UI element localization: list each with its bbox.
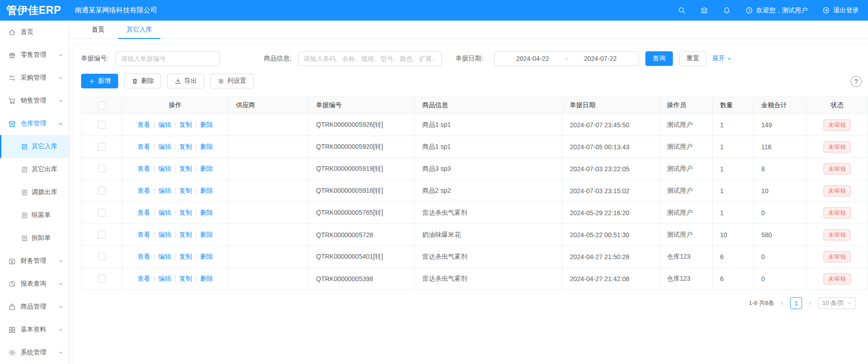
row-checkbox[interactable] [98,275,106,283]
prev-page-icon[interactable] [780,301,785,306]
add-button[interactable]: 新增 [81,74,118,88]
product-info-input[interactable] [298,51,442,66]
delete-button[interactable]: 删除 [124,74,161,88]
column-header: 供应商 [229,97,309,114]
product-info-label: 商品信息: [264,54,291,63]
page-size-select[interactable]: 10 条/页 [818,297,856,309]
sidebar-item-finance[interactable]: 财务管理 [0,250,69,272]
search-button-label: 查询 [653,54,666,63]
row-action-delete[interactable]: 删除 [200,275,213,282]
sidebar-item-disassembly-order[interactable]: 拆卸单 [0,227,69,250]
action-separator: | [195,143,197,150]
doc-no-label: 单据编号: [81,54,109,63]
row-action-copy[interactable]: 复制 [179,253,192,260]
row-action-edit[interactable]: 编辑 [158,187,171,194]
row-action-edit[interactable]: 编辑 [158,253,171,260]
row-action-copy[interactable]: 复制 [179,143,192,150]
row-action-delete[interactable]: 删除 [200,231,213,238]
row-action-view[interactable]: 查看 [137,121,150,128]
row-action-delete[interactable]: 删除 [200,253,213,260]
chevron-down-icon [727,56,732,61]
row-checkbox[interactable] [98,253,106,261]
sidebar-item-home[interactable]: 首页 [0,21,69,43]
tab-home[interactable]: 首页 [81,21,115,38]
gear-icon [218,78,224,85]
select-all-checkbox[interactable] [98,102,106,109]
table-row: 查看|编辑|复制|删除QTRK00000005919[转]商品3 sp32024… [82,158,868,180]
tab-other-inbound[interactable]: 其它入库 [115,21,163,38]
logout-button[interactable]: 退出登录 [822,6,859,15]
export-button-label: 导出 [184,77,197,85]
search-button[interactable]: 查询 [645,51,673,66]
action-separator: | [195,121,197,128]
cell-date: 2024-05-29 22:16:20 [562,202,660,224]
search-icon[interactable] [678,6,686,14]
sidebar-item-basic-data[interactable]: 基本资料 [0,318,69,341]
row-action-edit[interactable]: 编辑 [158,275,171,282]
status-badge: 未审核 [824,163,851,174]
row-checkbox[interactable] [98,121,106,129]
row-action-edit[interactable]: 编辑 [158,209,171,216]
bell-icon[interactable] [723,6,731,14]
row-action-view[interactable]: 查看 [137,231,150,238]
sidebar-item-assembly-order[interactable]: 组装单 [0,204,69,227]
row-action-view[interactable]: 查看 [137,209,150,216]
help-icon[interactable]: ? [851,76,862,87]
row-checkbox[interactable] [98,209,106,217]
sidebar-item-retail[interactable]: 零售管理 [0,43,69,66]
row-action-edit[interactable]: 编辑 [158,231,171,238]
reset-button[interactable]: 重置 [679,51,707,66]
next-page-icon[interactable] [808,301,813,306]
chevron-down-icon [58,259,63,264]
row-action-copy[interactable]: 复制 [179,165,192,172]
sidebar-item-reports[interactable]: 报表查询 [0,272,69,295]
row-action-view[interactable]: 查看 [137,253,150,260]
row-action-view[interactable]: 查看 [137,143,150,150]
row-checkbox[interactable] [98,165,106,173]
welcome-user[interactable]: 欢迎您，测试用户 [745,6,808,15]
row-checkbox[interactable] [98,143,106,151]
row-action-copy[interactable]: 复制 [179,275,192,282]
row-action-delete[interactable]: 删除 [200,165,213,172]
row-action-delete[interactable]: 删除 [200,209,213,216]
row-action-delete[interactable]: 删除 [200,187,213,194]
row-checkbox[interactable] [98,231,106,239]
bank-icon[interactable] [700,6,708,14]
sidebar-item-sales[interactable]: 销售管理 [0,89,69,112]
row-action-copy[interactable]: 复制 [179,209,192,216]
row-action-delete[interactable]: 删除 [200,143,213,150]
sidebar-item-other-inbound[interactable]: 其它入库 [0,135,69,158]
sidebar-item-purchase[interactable]: 采购管理 [0,66,69,89]
row-action-view[interactable]: 查看 [137,275,150,282]
row-checkbox[interactable] [98,187,106,195]
row-action-view[interactable]: 查看 [137,187,150,194]
export-button[interactable]: 导出 [167,74,204,88]
purchase-icon [8,74,16,82]
sidebar-item-label: 系统管理 [21,348,46,357]
page-number-button[interactable]: 1 [790,297,802,309]
sidebar-item-transfer-outbound[interactable]: 调拨出库 [0,181,69,204]
row-action-copy[interactable]: 复制 [179,231,192,238]
column-header: 操作员 [660,97,713,114]
column-settings-button[interactable]: 列设置 [210,74,254,88]
row-action-copy[interactable]: 复制 [179,187,192,194]
expand-link[interactable]: 展开 [712,54,732,63]
sidebar-menu: 首页零售管理采购管理销售管理仓库管理其它入库其它出库调拨出库组装单拆卸单财务管理… [0,21,69,364]
sidebar-item-other-outbound[interactable]: 其它出库 [0,158,69,181]
row-action-copy[interactable]: 复制 [179,121,192,128]
action-separator: | [175,143,176,150]
row-action-edit[interactable]: 编辑 [158,143,171,150]
chevron-down-icon [58,98,63,103]
row-action-view[interactable]: 查看 [137,165,150,172]
sidebar-item-system[interactable]: 系统管理 [0,341,69,364]
sidebar-item-products[interactable]: 商品管理 [0,295,69,318]
status-badge: 未审核 [824,141,851,152]
row-action-edit[interactable]: 编辑 [158,121,171,128]
doc-no-input[interactable] [115,51,220,66]
date-to: 2024-07-22 [584,55,617,62]
date-range-picker[interactable]: 2024-04-22 ~ 2024-07-22 [494,51,639,66]
sidebar-item-warehouse[interactable]: 仓库管理 [0,112,69,135]
row-action-edit[interactable]: 编辑 [158,165,171,172]
cell-amount: 580 [754,224,807,246]
row-action-delete[interactable]: 删除 [200,121,213,128]
